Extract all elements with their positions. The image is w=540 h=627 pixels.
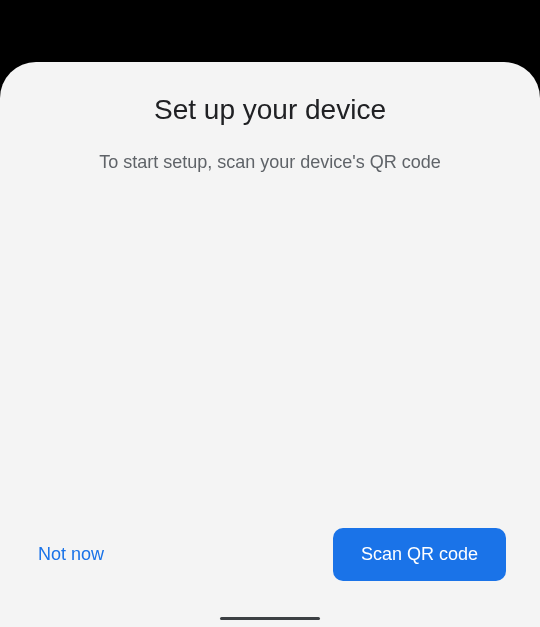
dialog-title: Set up your device	[154, 94, 386, 126]
scan-qr-code-button[interactable]: Scan QR code	[333, 528, 506, 581]
gesture-nav-indicator[interactable]	[220, 617, 320, 620]
button-row: Not now Scan QR code	[0, 528, 540, 627]
setup-sheet: Set up your device To start setup, scan …	[0, 62, 540, 627]
dialog-subtitle: To start setup, scan your device's QR co…	[75, 152, 465, 173]
not-now-button[interactable]: Not now	[34, 536, 108, 573]
